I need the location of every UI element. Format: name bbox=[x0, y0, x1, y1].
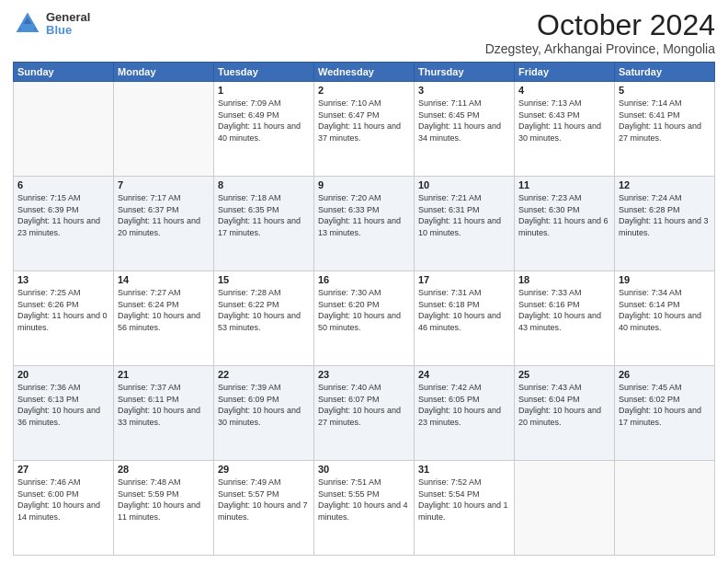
calendar-day-cell: 19Sunrise: 7:34 AMSunset: 6:14 PMDayligh… bbox=[615, 271, 715, 366]
day-number: 24 bbox=[418, 369, 510, 380]
calendar-day-cell: 9Sunrise: 7:20 AMSunset: 6:33 PMDaylight… bbox=[314, 177, 415, 271]
day-info: Sunrise: 7:10 AMSunset: 6:47 PMDaylight:… bbox=[318, 98, 410, 144]
calendar-day-cell: 18Sunrise: 7:33 AMSunset: 6:16 PMDayligh… bbox=[515, 271, 615, 366]
calendar-day-cell: 7Sunrise: 7:17 AMSunset: 6:37 PMDaylight… bbox=[114, 177, 214, 271]
day-info: Sunrise: 7:30 AMSunset: 6:20 PMDaylight:… bbox=[318, 287, 410, 333]
calendar-header-row: SundayMondayTuesdayWednesdayThursdayFrid… bbox=[14, 63, 715, 82]
calendar-day-cell: 4Sunrise: 7:13 AMSunset: 6:43 PMDaylight… bbox=[515, 82, 615, 177]
day-number: 25 bbox=[518, 369, 610, 380]
calendar-day-cell: 23Sunrise: 7:40 AMSunset: 6:07 PMDayligh… bbox=[314, 366, 415, 461]
calendar-day-header: Saturday bbox=[615, 63, 715, 82]
calendar-week-row: 20Sunrise: 7:36 AMSunset: 6:13 PMDayligh… bbox=[14, 366, 715, 461]
day-info: Sunrise: 7:36 AMSunset: 6:13 PMDaylight:… bbox=[17, 382, 109, 428]
calendar-day-header: Sunday bbox=[14, 63, 114, 82]
day-info: Sunrise: 7:09 AMSunset: 6:49 PMDaylight:… bbox=[218, 98, 310, 144]
calendar-day-cell: 5Sunrise: 7:14 AMSunset: 6:41 PMDaylight… bbox=[615, 82, 715, 177]
calendar-day-header: Monday bbox=[114, 63, 214, 82]
day-number: 13 bbox=[17, 274, 109, 285]
calendar-day-cell: 16Sunrise: 7:30 AMSunset: 6:20 PMDayligh… bbox=[314, 271, 415, 366]
svg-rect-2 bbox=[21, 24, 34, 32]
day-number: 27 bbox=[17, 464, 109, 475]
logo-text: General Blue bbox=[46, 11, 90, 38]
day-info: Sunrise: 7:52 AMSunset: 5:54 PMDaylight:… bbox=[418, 477, 510, 523]
day-number: 19 bbox=[619, 274, 711, 285]
calendar-day-cell: 20Sunrise: 7:36 AMSunset: 6:13 PMDayligh… bbox=[14, 366, 114, 461]
day-number: 12 bbox=[619, 179, 711, 190]
calendar-day-cell: 15Sunrise: 7:28 AMSunset: 6:22 PMDayligh… bbox=[214, 271, 314, 366]
day-info: Sunrise: 7:14 AMSunset: 6:41 PMDaylight:… bbox=[619, 98, 711, 144]
calendar-day-header: Thursday bbox=[415, 63, 515, 82]
day-number: 26 bbox=[619, 369, 711, 380]
day-info: Sunrise: 7:40 AMSunset: 6:07 PMDaylight:… bbox=[318, 382, 410, 428]
day-info: Sunrise: 7:37 AMSunset: 6:11 PMDaylight:… bbox=[118, 382, 210, 428]
day-info: Sunrise: 7:18 AMSunset: 6:35 PMDaylight:… bbox=[218, 192, 310, 238]
calendar-day-cell: 12Sunrise: 7:24 AMSunset: 6:28 PMDayligh… bbox=[615, 177, 715, 271]
calendar-table: SundayMondayTuesdayWednesdayThursdayFrid… bbox=[13, 62, 715, 556]
calendar-day-cell: 17Sunrise: 7:31 AMSunset: 6:18 PMDayligh… bbox=[415, 271, 515, 366]
day-number: 30 bbox=[318, 464, 410, 475]
day-number: 28 bbox=[118, 464, 210, 475]
calendar-day-cell bbox=[114, 82, 214, 177]
day-info: Sunrise: 7:28 AMSunset: 6:22 PMDaylight:… bbox=[218, 287, 310, 333]
calendar-day-cell: 3Sunrise: 7:11 AMSunset: 6:45 PMDaylight… bbox=[415, 82, 515, 177]
calendar-day-header: Tuesday bbox=[214, 63, 314, 82]
calendar-day-cell: 22Sunrise: 7:39 AMSunset: 6:09 PMDayligh… bbox=[214, 366, 314, 461]
day-info: Sunrise: 7:11 AMSunset: 6:45 PMDaylight:… bbox=[418, 98, 510, 144]
day-info: Sunrise: 7:42 AMSunset: 6:05 PMDaylight:… bbox=[418, 382, 510, 428]
title-area: October 2024 Dzegstey, Arkhangai Provinc… bbox=[485, 9, 715, 56]
day-number: 6 bbox=[17, 179, 109, 190]
calendar-week-row: 27Sunrise: 7:46 AMSunset: 6:00 PMDayligh… bbox=[14, 461, 715, 556]
calendar-day-header: Friday bbox=[515, 63, 615, 82]
day-number: 5 bbox=[619, 85, 711, 96]
calendar-day-cell: 25Sunrise: 7:43 AMSunset: 6:04 PMDayligh… bbox=[515, 366, 615, 461]
calendar-day-cell bbox=[14, 82, 114, 177]
day-info: Sunrise: 7:23 AMSunset: 6:30 PMDaylight:… bbox=[518, 192, 610, 238]
calendar-week-row: 13Sunrise: 7:25 AMSunset: 6:26 PMDayligh… bbox=[14, 271, 715, 366]
calendar-day-cell: 11Sunrise: 7:23 AMSunset: 6:30 PMDayligh… bbox=[515, 177, 615, 271]
calendar-day-cell: 30Sunrise: 7:51 AMSunset: 5:55 PMDayligh… bbox=[314, 461, 415, 556]
day-number: 8 bbox=[218, 179, 310, 190]
day-info: Sunrise: 7:51 AMSunset: 5:55 PMDaylight:… bbox=[318, 477, 410, 523]
day-info: Sunrise: 7:25 AMSunset: 6:26 PMDaylight:… bbox=[17, 287, 109, 333]
day-info: Sunrise: 7:39 AMSunset: 6:09 PMDaylight:… bbox=[218, 382, 310, 428]
calendar-day-header: Wednesday bbox=[314, 63, 415, 82]
day-info: Sunrise: 7:13 AMSunset: 6:43 PMDaylight:… bbox=[518, 98, 610, 144]
logo-blue-text: Blue bbox=[46, 24, 90, 37]
day-info: Sunrise: 7:33 AMSunset: 6:16 PMDaylight:… bbox=[518, 287, 610, 333]
day-number: 4 bbox=[518, 85, 610, 96]
calendar-day-cell: 8Sunrise: 7:18 AMSunset: 6:35 PMDaylight… bbox=[214, 177, 314, 271]
day-info: Sunrise: 7:31 AMSunset: 6:18 PMDaylight:… bbox=[418, 287, 510, 333]
day-number: 14 bbox=[118, 274, 210, 285]
day-info: Sunrise: 7:15 AMSunset: 6:39 PMDaylight:… bbox=[17, 192, 109, 238]
day-info: Sunrise: 7:21 AMSunset: 6:31 PMDaylight:… bbox=[418, 192, 510, 238]
day-info: Sunrise: 7:34 AMSunset: 6:14 PMDaylight:… bbox=[619, 287, 711, 333]
calendar-day-cell: 10Sunrise: 7:21 AMSunset: 6:31 PMDayligh… bbox=[415, 177, 515, 271]
day-info: Sunrise: 7:24 AMSunset: 6:28 PMDaylight:… bbox=[619, 192, 711, 238]
calendar-day-cell: 28Sunrise: 7:48 AMSunset: 5:59 PMDayligh… bbox=[114, 461, 214, 556]
calendar-day-cell: 2Sunrise: 7:10 AMSunset: 6:47 PMDaylight… bbox=[314, 82, 415, 177]
page: General Blue October 2024 Dzegstey, Arkh… bbox=[0, 0, 728, 563]
day-info: Sunrise: 7:48 AMSunset: 5:59 PMDaylight:… bbox=[118, 477, 210, 523]
day-number: 9 bbox=[318, 179, 410, 190]
day-number: 15 bbox=[218, 274, 310, 285]
calendar-day-cell bbox=[615, 461, 715, 556]
day-number: 20 bbox=[17, 369, 109, 380]
logo-icon bbox=[13, 9, 42, 39]
day-number: 16 bbox=[318, 274, 410, 285]
header: General Blue October 2024 Dzegstey, Arkh… bbox=[13, 9, 715, 56]
day-info: Sunrise: 7:45 AMSunset: 6:02 PMDaylight:… bbox=[619, 382, 711, 428]
subtitle: Dzegstey, Arkhangai Province, Mongolia bbox=[485, 41, 715, 56]
logo-general-text: General bbox=[46, 11, 90, 24]
day-info: Sunrise: 7:27 AMSunset: 6:24 PMDaylight:… bbox=[118, 287, 210, 333]
calendar-day-cell: 21Sunrise: 7:37 AMSunset: 6:11 PMDayligh… bbox=[114, 366, 214, 461]
calendar-day-cell: 26Sunrise: 7:45 AMSunset: 6:02 PMDayligh… bbox=[615, 366, 715, 461]
day-number: 17 bbox=[418, 274, 510, 285]
calendar-week-row: 1Sunrise: 7:09 AMSunset: 6:49 PMDaylight… bbox=[14, 82, 715, 177]
day-number: 10 bbox=[418, 179, 510, 190]
day-number: 21 bbox=[118, 369, 210, 380]
main-title: October 2024 bbox=[485, 9, 715, 41]
day-number: 7 bbox=[118, 179, 210, 190]
calendar-week-row: 6Sunrise: 7:15 AMSunset: 6:39 PMDaylight… bbox=[14, 177, 715, 271]
day-info: Sunrise: 7:17 AMSunset: 6:37 PMDaylight:… bbox=[118, 192, 210, 238]
calendar-day-cell: 27Sunrise: 7:46 AMSunset: 6:00 PMDayligh… bbox=[14, 461, 114, 556]
